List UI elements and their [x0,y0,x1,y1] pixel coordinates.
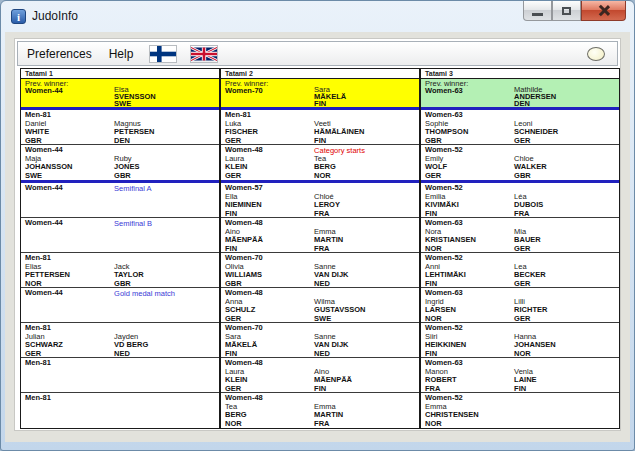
prev-winner-name: SaraMÄKELÄFIN [314,86,346,107]
close-icon [598,5,609,16]
athlete-right: VenlaLAINEFIN [514,368,537,393]
content-panel: Preferences Help Tatami 1Prev. winner:Wo… [14,38,621,431]
athlete-right: RubyJONESGBR [114,155,139,180]
athlete-country: FRA [314,210,340,218]
athlete-country: GBR [225,280,262,288]
athlete-right: SanneVAN DIJKNED [314,263,348,288]
athlete-country: FIN [225,210,262,218]
athlete-country: NED [314,350,348,358]
match-category: Men-81 [25,324,219,332]
window-controls [523,1,626,21]
athlete-country: GER [514,315,547,323]
athlete-left: EllaNIEMINENFIN [225,193,262,218]
status-lamp-icon[interactable] [587,47,605,61]
athlete-left: NoraKRISTIANSENNOR [425,228,476,253]
window-title: JudoInfo [32,9,78,23]
athlete-right: EmmaMARTINFRA [314,228,343,253]
match-category: Women-52 [425,254,619,262]
minimize-button[interactable] [523,1,552,21]
athlete-country: SWE [25,172,73,180]
match-row: Women-63SophieTHOMPSONGBRLeoniSCHNEIDERG… [421,110,619,145]
match-category: Women-70 [225,254,419,262]
menu-help[interactable]: Help [109,47,134,61]
athlete-country: GBR [25,137,49,145]
match-row: Women-44Semifinal B [21,218,219,253]
athlete-country: FIN [425,280,466,288]
athlete-country: FRA [314,245,343,253]
union-jack-flag-icon[interactable] [191,46,217,62]
athlete-left: AnniLEHTIMÄKIFIN [425,263,466,288]
athlete-left: LauraKLEINGER [225,368,248,393]
athlete-country: FIN [514,385,537,393]
menu-preferences[interactable]: Preferences [27,47,92,61]
match-row: Women-57EllaNIEMINENFINChloéLEROYFRA [221,183,419,218]
match-category: Women-48 [225,394,419,402]
athlete-country: GER [514,245,541,253]
tatami-column: Tatami 2Prev. winner:Women-70SaraMÄKELÄF… [219,69,419,428]
match-category: Women-63 [425,289,619,297]
match-row: Women-44Gold medal match [21,288,219,323]
athlete-left: MajaJOHANSSONSWE [25,155,73,180]
titlebar[interactable]: i JudoInfo [1,1,634,32]
match-category: Men-81 [25,111,219,119]
match-category: Women-52 [425,146,619,154]
athlete-left: JulianSCHWARZGER [25,333,63,358]
match-category: Women-63 [425,111,619,119]
athlete-right: WilmaGUSTAVSSONSWE [314,298,365,323]
match-note: Semifinal B [114,220,152,228]
athlete-country: FIN [425,210,459,218]
athlete-right: LeoniSCHNEIDERGER [514,120,558,145]
athlete-right: JackTAYLORGBR [114,263,144,288]
board: Tatami 1Prev. winner:Women-44ElsaSVENSSO… [20,68,620,429]
athlete-right: HannaJOHANSENNOR [514,333,556,358]
athlete-left: LukaFISCHERGER [225,120,258,145]
athlete-left: EmiliaKIVIMÄKIFIN [425,193,459,218]
athlete-right: AinoMÄENPÄÄFIN [314,368,352,393]
athlete-country: FRA [425,385,457,393]
athlete-left: ManonROBERTFRA [425,368,457,393]
prev-winner-name: ElsaSVENSSONSWE [114,86,156,107]
match-category: Women-52 [425,184,619,192]
athlete-country: FIN [314,385,352,393]
athlete-right: MagnusPETERSENDEN [114,120,154,145]
athlete-country: GER [25,350,63,358]
tatami-column: Tatami 1Prev. winner:Women-44ElsaSVENSSO… [21,69,219,428]
athlete-right: JaydenVD BERGNED [114,333,148,358]
match-note: Semifinal A [114,185,152,193]
match-row: Women-52AnniLEHTIMÄKIFINLeaBECKERGER [421,253,619,288]
athlete-left: SaraMÄKELÄFIN [225,333,257,358]
prev-winner-block: Prev. winner:Women-70SaraMÄKELÄFIN [221,79,419,107]
prev-winner-name: MathildeANDERSENDEN [514,86,556,107]
athlete-country: NED [314,280,348,288]
maximize-icon [562,7,571,15]
maximize-button[interactable] [552,1,581,21]
athlete-left: EliasPETTERSENNOR [25,263,70,288]
match-row: Men-81 [21,393,219,428]
athlete-country: GER [225,172,248,180]
close-button[interactable] [581,1,626,21]
match-row: Women-52EmmaCHRISTENSENNOR [421,393,619,428]
athlete-country: FIN [225,350,257,358]
match-category: Women-63 [425,219,619,227]
athlete-country: GER [514,280,546,288]
athlete-country: GBR [514,172,547,180]
athlete-left: OliviaWILLIAMSGBR [225,263,262,288]
match-row: Women-52EmilyWOLFGERChloeWALKERGBR [421,145,619,180]
match-category: Women-44 [25,146,219,154]
match-row: Women-48AnnaSCHULZGERWilmaGUSTAVSSONSWE [221,288,419,323]
minimize-icon [532,13,543,16]
athlete-left: AnnaSCHULZGER [225,298,255,323]
match-row: Men-81JulianSCHWARZGERJaydenVD BERGNED [21,323,219,358]
athlete-country: NOR [514,350,556,358]
match-category: Men-81 [25,394,219,402]
athlete-left: AinoMÄENPÄÄFIN [225,228,263,253]
athlete-left: SiiriHEIKKINENFIN [425,333,466,358]
finland-flag-icon[interactable] [150,46,176,62]
match-row: Women-70OliviaWILLIAMSGBRSanneVAN DIJKNE… [221,253,419,288]
prev-winner-block: Prev. winner:Women-44ElsaSVENSSONSWE [21,79,219,107]
athlete-left: EmmaCHRISTENSENNOR [425,403,479,428]
menubar: Preferences Help [17,41,618,66]
match-row: Women-48LauraKLEINGERAinoMÄENPÄÄFIN [221,358,419,393]
athlete-right: VeetiHÄMÄLÄINENFIN [314,120,364,145]
match-row: Women-63ManonROBERTFRAVenlaLAINEFIN [421,358,619,393]
